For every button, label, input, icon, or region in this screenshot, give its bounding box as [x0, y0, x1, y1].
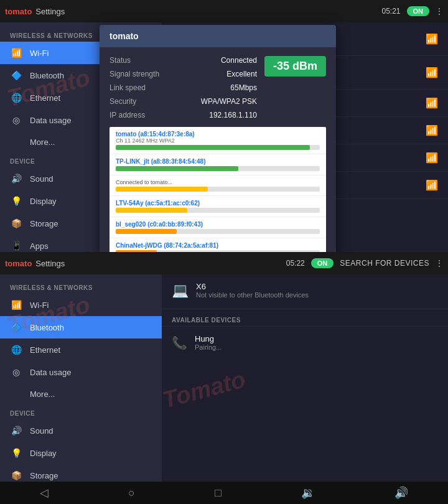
app-title-bottom: Settings — [35, 259, 65, 268]
scan-name-ltv: LTV-54Ay (ac:5a:f1:ac:c0:62) — [116, 200, 320, 207]
search-devices-button[interactable]: SEARCH FOR DEVICES — [340, 259, 429, 268]
network-30f-signal: 📶 — [426, 67, 438, 78]
display-icon-top: 💡 — [10, 196, 22, 206]
my-device-status: Not visible to other Bluetooth devices — [196, 291, 309, 299]
my-device-name: X6 — [196, 282, 309, 291]
wifi-icon-bottom: 📶 — [10, 300, 22, 310]
menu-icon-bottom[interactable]: ⋮ — [436, 259, 443, 268]
bluetooth-content-area: 💻 X6 Not visible to other Bluetooth devi… — [162, 274, 448, 482]
recent-button[interactable]: □ — [215, 487, 222, 500]
sidebar-item-more-bottom[interactable]: More... — [0, 383, 162, 405]
more-label-top: More... — [30, 138, 55, 147]
scan-bar-container-tomato — [116, 145, 320, 150]
signal-value: Excellent — [226, 70, 257, 78]
network-6-signal: 📶 — [426, 179, 438, 191]
sound-label-bottom: Sound — [30, 426, 54, 436]
display-icon-bottom: 💡 — [10, 448, 22, 458]
security-label: Security — [110, 97, 136, 106]
phone-icon: 📞 — [172, 335, 187, 350]
network-3-signal: 📶 — [426, 97, 438, 109]
topbar-left: tomato Settings — [5, 7, 65, 16]
scan-bar-tomato — [116, 145, 310, 150]
sidebar-item-sound-bottom[interactable]: 🔊 Sound — [0, 419, 162, 442]
my-device: 💻 X6 Not visible to other Bluetooth devi… — [162, 274, 448, 306]
toggle-top[interactable]: ON — [407, 6, 430, 16]
scan-item-tomato[interactable]: tomato (a8:15:4d:87:3e:8a) Ch 11 2462 MH… — [110, 127, 326, 154]
scan-bar-container-tplink — [116, 166, 320, 171]
scan-item-blseg[interactable]: bl_seg020 (c0:a0:bb:89:f0:43) — [110, 217, 326, 238]
dialog-row-ip: IP address 192.168.1.110 — [110, 108, 257, 122]
paired-device-name: Hung — [195, 334, 222, 343]
app-logo-bottom: tomato — [5, 259, 32, 268]
bluetooth-icon-bottom: 🔷 — [10, 322, 22, 332]
linkspeed-value: 65Mbps — [230, 83, 257, 92]
paired-device-hung[interactable]: 📞 Hung Pairing... — [162, 326, 448, 358]
scan-bar-blseg — [116, 229, 177, 234]
scan-bar-chinanet — [116, 250, 157, 252]
scan-name-tplink: TP-LINK_jlt (a8:88:3f:84:54:48) — [116, 158, 320, 165]
apps-icon-top: 📱 — [10, 241, 22, 251]
status-value: Connected — [221, 56, 257, 65]
bottom-main-content: WIRELESS & NETWORKS 📶 Wi-Fi 🔷 Bluetooth … — [0, 274, 448, 482]
scan-item-tplink[interactable]: TP-LINK_jlt (a8:88:3f:84:54:48) — [110, 154, 326, 175]
bottom-panel: Tomato Tomato tomato Settings 05:22 ON S… — [0, 252, 448, 504]
scan-bar-ltv — [116, 208, 187, 213]
scan-bar-container-blseg — [116, 229, 320, 234]
storage-icon-bottom: 📦 — [10, 470, 22, 480]
network-tomato-signal: 📶 — [426, 33, 438, 45]
scan-name-shannon: Connected to tomato... — [116, 179, 320, 185]
sidebar-item-display-bottom[interactable]: 💡 Display — [0, 442, 162, 464]
bluetooth-icon-top: 🔷 — [10, 70, 22, 80]
available-devices-label: AVAILABLE DEVICES — [162, 312, 448, 326]
display-label-top: Display — [30, 197, 57, 206]
app-logo-top: tomato — [5, 7, 32, 16]
scan-detail-tomato: Ch 11 2462 MHz WPA2 — [116, 138, 320, 144]
ethernet-label-bottom: Ethernet — [30, 345, 60, 355]
bottom-topbar-left: tomato Settings — [5, 259, 65, 268]
scan-item-chinanet[interactable]: ChinaNet-jWDG (88:74:2a:5a:af:81) — [110, 238, 326, 252]
scan-name-chinanet: ChinaNet-jWDG (88:74:2a:5a:af:81) — [116, 242, 320, 249]
scan-name-blseg: bl_seg020 (c0:a0:bb:89:f0:43) — [116, 221, 320, 228]
sidebar-item-datausage-bottom[interactable]: ◎ Data usage — [0, 361, 162, 383]
home-button[interactable]: ○ — [128, 487, 135, 500]
scan-item-shannon[interactable]: Connected to tomato... — [110, 175, 326, 196]
my-device-info: X6 Not visible to other Bluetooth device… — [196, 282, 309, 299]
divider-1 — [162, 309, 448, 309]
dialog-row-status: Status Connected — [110, 54, 257, 67]
network-5-signal: 📶 — [426, 152, 438, 164]
wifi-dialog: tomato Status Connected Signal strength … — [100, 25, 336, 252]
menu-icon-top[interactable]: ⋮ — [436, 7, 443, 16]
signal-label: Signal strength — [110, 70, 159, 78]
network-4-signal: 📶 — [426, 124, 438, 136]
back-button[interactable]: ◁ — [40, 486, 49, 500]
wifi-label-bottom: Wi-Fi — [30, 301, 49, 310]
sidebar-item-bluetooth-bottom[interactable]: 🔷 Bluetooth — [0, 316, 162, 338]
ethernet-icon-bottom: 🌐 — [10, 345, 22, 355]
bottom-sidebar: WIRELESS & NETWORKS 📶 Wi-Fi 🔷 Bluetooth … — [0, 274, 162, 482]
more-label-bottom: More... — [30, 390, 55, 399]
bottom-topbar: tomato Settings 05:22 ON SEARCH FOR DEVI… — [0, 252, 448, 274]
wireless-label-bottom: WIRELESS & NETWORKS — [0, 279, 162, 294]
storage-icon-top: 📦 — [10, 218, 22, 228]
storage-label-bottom: Storage — [30, 471, 58, 480]
dialog-row-linkspeed: Link speed 65Mbps — [110, 81, 257, 95]
sound-icon-top: 🔊 — [10, 174, 22, 184]
dialog-row-security: Security WPA/WPA2 PSK — [110, 95, 257, 108]
sidebar-item-ethernet-bottom[interactable]: 🌐 Ethernet — [0, 338, 162, 361]
sidebar-item-wifi-bottom[interactable]: 📶 Wi-Fi — [0, 294, 162, 316]
vol-up-button[interactable]: 🔊 — [394, 486, 408, 500]
signal-badge: -35 dBm — [264, 56, 326, 77]
ip-label: IP address — [110, 111, 145, 119]
sound-icon-bottom: 🔊 — [10, 426, 22, 436]
datausage-label-top: Data usage — [30, 116, 72, 125]
vol-down-button[interactable]: 🔉 — [301, 486, 315, 500]
datausage-label-bottom: Data usage — [30, 368, 72, 377]
datausage-icon-bottom: ◎ — [10, 367, 22, 377]
toggle-bottom[interactable]: ON — [311, 258, 334, 268]
laptop-icon: 💻 — [172, 282, 189, 299]
scan-item-ltv[interactable]: LTV-54Ay (ac:5a:f1:ac:c0:62) — [110, 196, 326, 217]
wifi-icon-top: 📶 — [10, 48, 22, 58]
linkspeed-label: Link speed — [110, 83, 146, 92]
sound-label-top: Sound — [30, 174, 54, 184]
datausage-icon-top: ◎ — [10, 115, 22, 125]
